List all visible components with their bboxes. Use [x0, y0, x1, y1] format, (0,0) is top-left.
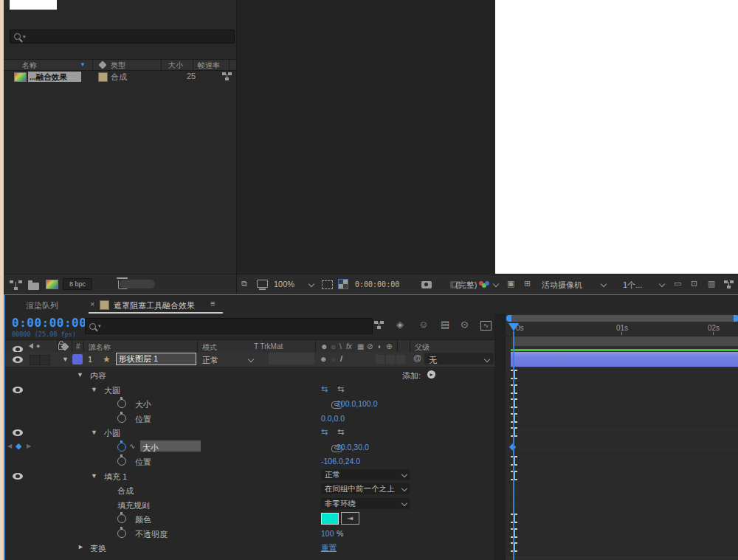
fast-preview-icon[interactable]: ▣ [507, 280, 514, 288]
composition-flowchart-icon[interactable] [374, 321, 384, 329]
new-composition-icon[interactable] [46, 280, 58, 289]
column-fps[interactable]: 帧速率 [198, 61, 220, 71]
row-fill[interactable]: ▼ 填充 1 正常 [5, 469, 494, 483]
column-type[interactable]: 类型 [111, 61, 125, 71]
layer-name-edit-field[interactable]: 形状图层 1 [116, 353, 196, 365]
layer-quality-slash-icon[interactable]: / [340, 355, 342, 363]
zoom-level[interactable]: 100% [274, 280, 294, 288]
prop-value[interactable]: 30.0,30.0 [337, 443, 369, 452]
time-ruler[interactable]: 0s 01s 02s [506, 322, 738, 336]
label-column-tag-icon[interactable] [98, 61, 106, 69]
region-of-interest-icon[interactable] [322, 280, 333, 289]
prop-value[interactable]: -106.0,24.0 [321, 457, 360, 466]
layer-expander-icon[interactable]: ▼ [62, 356, 69, 363]
column-size[interactable]: 大小 [168, 61, 183, 71]
time-navigator-start-handle[interactable] [506, 315, 511, 322]
group-eye-icon[interactable] [13, 429, 23, 436]
composition-viewport[interactable] [495, 0, 738, 274]
fill-blendmode-dropdown[interactable]: 正常 [321, 469, 410, 480]
layer-blend-mode[interactable]: 正常 [202, 355, 218, 366]
fill-rule-dropdown[interactable]: 非零环绕 [321, 498, 410, 509]
reset-link[interactable]: 重置 [321, 543, 337, 553]
time-navigator-end-handle[interactable] [734, 315, 738, 322]
frame-blending-icon[interactable]: ▤ [441, 320, 449, 328]
resolution-chevron-icon[interactable] [493, 281, 499, 287]
layer-row[interactable]: ▼ 1 ★ 形状图层 1 正常 ☻ ☼ / @ 无 [5, 352, 494, 367]
snapshot-camera-icon[interactable] [421, 281, 432, 288]
layer-collapse-icon[interactable]: ☼ [330, 355, 337, 363]
parent-pickwhip-icon[interactable]: @ [413, 354, 421, 362]
mini-flowchart-icon[interactable] [724, 280, 734, 288]
layer-switch-cell[interactable] [396, 355, 405, 364]
new-folder-icon[interactable] [28, 283, 39, 290]
tab-render-queue[interactable]: 渲染队列 [26, 300, 58, 311]
stopwatch-active-icon[interactable] [117, 443, 126, 452]
fill-color-swatch[interactable] [321, 513, 339, 525]
graph-editor-icon[interactable]: ∿ [480, 321, 492, 331]
group-eye-icon[interactable] [13, 473, 23, 480]
row-contents[interactable]: ▼ 内容 添加: ▸ [5, 367, 494, 382]
layer-switch-cell[interactable] [376, 355, 384, 364]
monitor-icon[interactable] [257, 280, 268, 288]
prop-label[interactable]: 小圆 [104, 428, 120, 439]
comp-timecode[interactable]: 0:00:00:00 [355, 280, 399, 288]
prop-label[interactable]: 位置 [135, 457, 151, 468]
playhead-marker[interactable] [508, 323, 519, 336]
channel-icon[interactable] [479, 281, 489, 288]
playhead-line[interactable] [513, 331, 514, 560]
current-timecode[interactable]: 0:00:00:00 [12, 316, 86, 330]
prop-value[interactable]: 0.0,0.0 [321, 414, 345, 423]
column-trkmat[interactable]: T TrkMat [254, 342, 283, 350]
expander-icon[interactable]: ▼ [77, 371, 83, 378]
zoom-chevron-icon[interactable] [308, 281, 314, 287]
motion-blur-icon[interactable]: ⊙ [461, 320, 469, 328]
item-label-color-chip[interactable] [98, 72, 108, 82]
row-opacity[interactable]: 不透明度 100 % [5, 526, 494, 541]
row-small-size-keyframed[interactable]: ◀ ◆ ▶ ∿ 大小 30.0,30.0 [5, 440, 494, 454]
prop-value[interactable]: 100.0,100.0 [337, 399, 377, 408]
prop-label[interactable]: 位置 [135, 414, 151, 425]
row-composite[interactable]: 合成 在同组中前一个之上 [5, 483, 494, 497]
path-direction-icon[interactable]: ⇆ [321, 428, 328, 436]
view-select[interactable]: 活动摄像机 [542, 280, 582, 291]
row-big-position[interactable]: 位置 0.0,0.0 [5, 411, 494, 426]
expander-icon[interactable]: ▼ [91, 429, 97, 436]
expander-icon[interactable]: ▼ [91, 386, 97, 393]
path-direction-icon[interactable]: ⇆ [337, 428, 344, 436]
timeline-search-input[interactable]: ▾ [85, 318, 373, 334]
next-keyframe-icon[interactable]: ▶ [27, 443, 31, 449]
tab-comp[interactable]: 遮罩阻塞工具融合效果 [114, 300, 195, 311]
layer-quality-icon[interactable]: ☻ [320, 355, 328, 363]
stopwatch-icon[interactable] [117, 457, 126, 466]
column-mode[interactable]: 模式 [202, 342, 217, 353]
stopwatch-icon[interactable] [117, 514, 126, 523]
row-big-size[interactable]: 大小 100.0,100.0 [5, 396, 494, 411]
histogram-icon[interactable]: ▥ [708, 280, 715, 288]
pixel-aspect-icon[interactable]: ⊞ [524, 280, 531, 288]
tab-close-icon[interactable]: × [90, 300, 94, 308]
bit-depth-button[interactable]: 8 bpc [63, 278, 92, 290]
expander-icon[interactable]: ▼ [91, 472, 97, 480]
parent-value[interactable]: 无 [429, 355, 437, 366]
column-name[interactable]: 名称 [22, 61, 37, 71]
project-search-input[interactable]: ▾ [10, 30, 235, 44]
transparency-grid-icon[interactable] [338, 279, 348, 289]
prop-label[interactable]: 填充 1 [104, 471, 127, 483]
interpret-footage-icon[interactable] [10, 280, 22, 290]
prop-label[interactable]: 内容 [90, 370, 106, 381]
add-button-icon[interactable]: ▸ [427, 370, 435, 378]
row-small-circle[interactable]: ▼ 小圆 ⇆ ⇆ [5, 425, 494, 440]
expander-collapsed-icon[interactable]: ► [77, 543, 84, 550]
color-picker-button[interactable]: ⇥ [341, 512, 359, 525]
prop-label[interactable]: 大圆 [104, 385, 120, 396]
layer-duration-bar[interactable] [511, 352, 738, 367]
layer-label-chip[interactable] [72, 354, 83, 364]
time-navigator-bar[interactable] [506, 315, 738, 322]
group-eye-icon[interactable] [13, 387, 23, 393]
item-name[interactable]: ...融合效果 [28, 72, 81, 82]
stopwatch-icon[interactable] [117, 529, 126, 538]
row-color[interactable]: 颜色 ⇥ [5, 511, 494, 526]
row-small-position[interactable]: 位置 -106.0,24.0 [5, 454, 494, 469]
shy-layers-icon[interactable]: ☺ [418, 320, 428, 328]
layer-audio-cell[interactable] [30, 355, 40, 365]
